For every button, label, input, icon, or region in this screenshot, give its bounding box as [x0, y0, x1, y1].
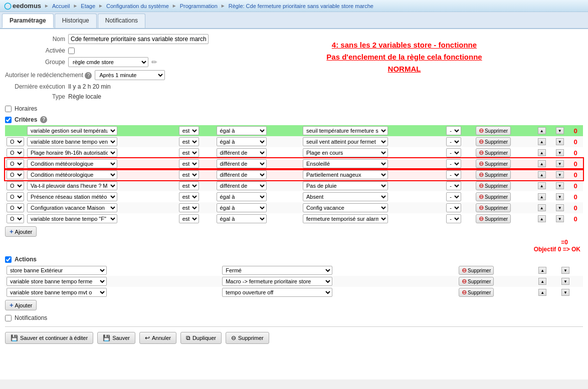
btn-sort-down[interactable]: ▼ — [556, 182, 564, 189]
select-value[interactable]: seuil vent atteint pour fermet — [303, 137, 388, 146]
select-groupe[interactable]: règle cmde store — [68, 57, 148, 67]
select-est[interactable]: est — [179, 181, 199, 190]
btn-action-sort-down[interactable]: ▼ — [561, 278, 569, 285]
checkbox-criteres[interactable] — [5, 117, 12, 123]
checkbox-actions[interactable] — [5, 256, 12, 263]
select-variable[interactable]: variable gestion seuil température — [27, 126, 117, 135]
nav-config[interactable]: Configuration du système — [106, 3, 169, 9]
select-connector[interactable]: Ou — [7, 192, 24, 201]
btn-sort-down[interactable]: ▼ — [556, 160, 564, 167]
btn-sort-up[interactable]: ▲ — [538, 171, 546, 178]
select-action-variable[interactable]: store banne Extérieur — [7, 266, 107, 275]
select-est[interactable]: est — [179, 159, 199, 168]
btn-sort-up[interactable]: ▲ — [538, 138, 546, 145]
btn-delete[interactable]: ⊖ Supprimer — [226, 332, 269, 344]
btn-supprimer-critere[interactable]: ⊖ Supprimer — [476, 181, 511, 190]
btn-supprimer-critere[interactable]: ⊖ Supprimer — [476, 192, 511, 201]
btn-sort-up[interactable]: ▲ — [538, 160, 546, 167]
select-value[interactable]: Partiellement nuageux — [303, 170, 388, 179]
btn-sort-down[interactable]: ▼ — [556, 171, 564, 178]
btn-duplicate[interactable]: ⧉ Dupliquer — [180, 332, 222, 344]
select-est[interactable]: est — [179, 148, 199, 157]
select-connector[interactable]: Ou — [7, 148, 24, 157]
select-connector[interactable]: Ou — [7, 159, 24, 168]
select-comparator[interactable]: différent de — [217, 181, 267, 190]
select-comparator[interactable]: égal à — [217, 192, 267, 201]
btn-supprimer-critere[interactable]: ⊖ Supprimer — [476, 170, 511, 179]
select-comparator[interactable]: différent de — [217, 148, 267, 157]
select-action-value[interactable]: tempo ouverture off — [222, 288, 332, 297]
select-autoriser[interactable]: Après 1 minute — [95, 70, 165, 80]
select-variable[interactable]: Plage horaire 9h-16h autorisation — [27, 148, 117, 157]
select-est[interactable]: est — [179, 170, 199, 179]
btn-action-sort-down[interactable]: ▼ — [561, 267, 569, 274]
nav-prog[interactable]: Programmation — [180, 3, 218, 9]
tab-parametrage[interactable]: Paramétrage — [2, 14, 54, 28]
select-value[interactable]: Plage en cours — [303, 148, 388, 157]
select-extra[interactable]: - — [446, 126, 461, 135]
select-extra[interactable]: - — [446, 137, 461, 146]
help-icon-criteres[interactable]: ? — [40, 116, 47, 123]
select-value[interactable]: Pas de pluie — [303, 181, 388, 190]
select-value[interactable]: Ensoleillé — [303, 159, 388, 168]
btn-sort-down[interactable]: ▼ — [556, 204, 564, 211]
btn-sort-up[interactable]: ▲ — [538, 204, 546, 211]
select-comparator[interactable]: égal à — [217, 214, 267, 223]
select-action-variable[interactable]: variable store banne tempo mvt o — [7, 288, 107, 297]
select-connector[interactable]: Ou — [7, 170, 24, 179]
btn-sort-up[interactable]: ▲ — [538, 149, 546, 156]
select-variable[interactable]: variable store banne tempo vent t — [27, 137, 117, 146]
help-icon-autoriser[interactable]: ? — [85, 72, 92, 79]
btn-save[interactable]: 💾 Sauver — [97, 332, 135, 344]
select-connector[interactable]: Ou — [7, 181, 24, 190]
select-action-value[interactable]: Fermé — [222, 266, 332, 275]
btn-save-continue[interactable]: 💾 Sauver et continuer à éditer — [5, 332, 93, 344]
select-comparator[interactable]: égal à — [217, 203, 267, 212]
btn-sort-down[interactable]: ▼ — [556, 193, 564, 200]
select-value[interactable]: fermeture temporisé sur alarm — [303, 214, 388, 223]
select-comparator[interactable]: différent de — [217, 170, 267, 179]
btn-sort-down[interactable]: ▼ — [556, 149, 564, 156]
select-extra[interactable]: - — [446, 148, 461, 157]
select-variable[interactable]: Condition météorologique — [27, 170, 117, 179]
tab-notifications[interactable]: Notifications — [98, 14, 145, 28]
select-value[interactable]: seuil température fermeture s — [303, 126, 388, 135]
btn-sort-down[interactable]: ▼ — [556, 127, 564, 134]
select-est[interactable]: est — [179, 192, 199, 201]
btn-sort-up[interactable]: ▲ — [538, 215, 546, 222]
select-variable[interactable]: variable store banne tempo "F" su — [27, 214, 117, 223]
select-variable[interactable]: Configuration vacance Maison — [27, 203, 117, 212]
btn-action-sort-up[interactable]: ▲ — [538, 267, 546, 274]
btn-action-sort-up[interactable]: ▲ — [538, 278, 546, 285]
select-est[interactable]: est — [179, 126, 199, 135]
btn-supprimer-critere[interactable]: ⊖ Supprimer — [476, 148, 511, 157]
checkbox-activee[interactable] — [68, 48, 75, 54]
btn-sort-down[interactable]: ▼ — [556, 138, 564, 145]
select-extra[interactable]: - — [446, 214, 461, 223]
input-nom[interactable] — [68, 34, 209, 44]
checkbox-horaires[interactable] — [5, 106, 12, 112]
btn-ajouter-action[interactable]: + Ajouter — [5, 300, 37, 310]
nav-etage[interactable]: Etage — [81, 3, 95, 9]
select-est[interactable]: est — [179, 137, 199, 146]
select-extra[interactable]: - — [446, 203, 461, 212]
nav-rule[interactable]: Règle: Cde fermeture prioritaire sans va… — [229, 3, 373, 9]
select-action-variable[interactable]: variable store banne tempo ferme — [7, 277, 107, 286]
btn-supprimer-critere[interactable]: ⊖ Supprimer — [476, 126, 511, 135]
btn-supprimer-action[interactable]: ⊖ Supprimer — [459, 266, 494, 275]
select-est[interactable]: est — [179, 203, 199, 212]
btn-sort-up[interactable]: ▲ — [538, 127, 546, 134]
btn-supprimer-critere[interactable]: ⊖ Supprimer — [476, 203, 511, 212]
btn-sort-up[interactable]: ▲ — [538, 193, 546, 200]
btn-supprimer-critere[interactable]: ⊖ Supprimer — [476, 137, 511, 146]
select-extra[interactable]: - — [446, 181, 461, 190]
select-extra[interactable]: - — [446, 159, 461, 168]
select-comparator[interactable]: égal à — [217, 137, 267, 146]
btn-supprimer-action[interactable]: ⊖ Supprimer — [459, 288, 494, 297]
select-value[interactable]: Absent — [303, 192, 388, 201]
select-est[interactable]: est — [179, 214, 199, 223]
select-variable[interactable]: Va-t-il pleuvoir dans l'heure ? Méte — [27, 181, 117, 190]
select-variable[interactable]: Condition météorologique — [27, 159, 117, 168]
edit-groupe-icon[interactable]: ✏ — [151, 58, 157, 66]
btn-cancel[interactable]: ↩ Annuler — [139, 332, 176, 344]
